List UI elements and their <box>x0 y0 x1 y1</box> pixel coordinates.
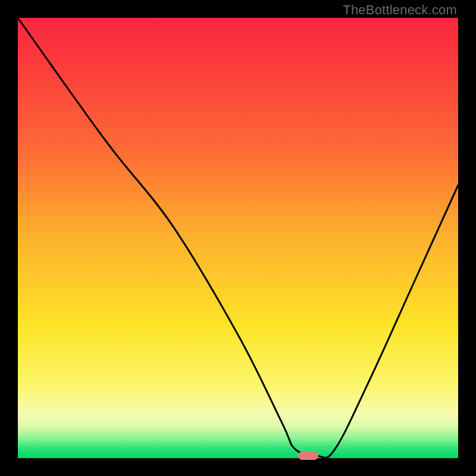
plot-area <box>18 18 458 458</box>
optimal-marker <box>298 452 318 460</box>
chart-frame: TheBottleneck.com <box>0 0 476 476</box>
bottleneck-curve <box>18 18 458 458</box>
watermark-text: TheBottleneck.com <box>343 2 457 18</box>
